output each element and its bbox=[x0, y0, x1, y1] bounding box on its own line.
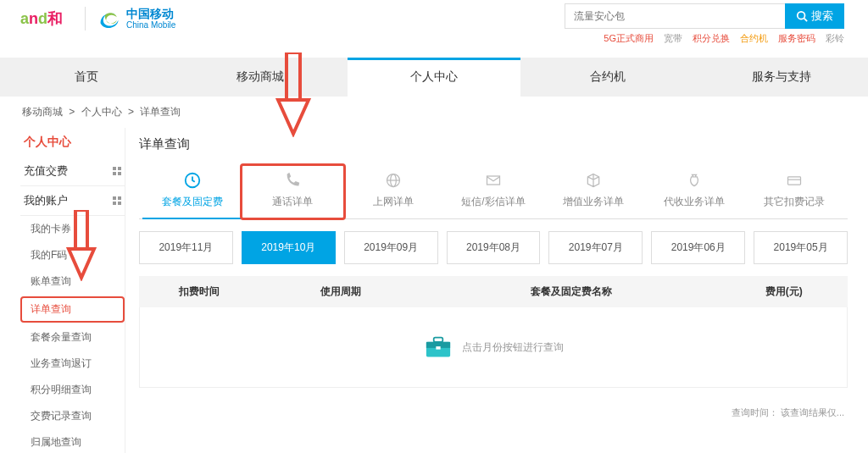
svg-point-0 bbox=[798, 12, 805, 19]
th-time: 扣费时间 bbox=[139, 285, 259, 299]
svg-rect-13 bbox=[287, 52, 300, 100]
month-option[interactable]: 2019年06月 bbox=[651, 231, 745, 264]
th-fee: 费用(元) bbox=[720, 285, 847, 299]
divider bbox=[85, 7, 86, 30]
nav-mall[interactable]: 移动商城 bbox=[174, 58, 348, 97]
month-option[interactable]: 2019年08月 bbox=[447, 231, 541, 264]
search-icon bbox=[796, 10, 808, 22]
mail-icon bbox=[484, 171, 503, 190]
month-option[interactable]: 2019年09月 bbox=[344, 231, 438, 264]
svg-rect-12 bbox=[436, 346, 440, 350]
sidebar-title: 个人中心 bbox=[20, 128, 125, 157]
sidebar-item-service-cancel[interactable]: 业务查询退订 bbox=[20, 351, 125, 377]
svg-rect-14 bbox=[75, 210, 87, 249]
briefcase-icon bbox=[423, 334, 453, 360]
month-option[interactable]: 2019年07月 bbox=[548, 231, 643, 264]
sidebar-group-recharge[interactable]: 充值交费 bbox=[20, 157, 125, 186]
month-option[interactable]: 2019年11月 bbox=[139, 231, 233, 264]
tab-collection-detail[interactable]: 代收业务详单 bbox=[643, 166, 743, 218]
card-icon bbox=[785, 171, 804, 190]
clock-icon bbox=[183, 171, 202, 190]
detail-tabs: 套餐及固定费 通话详单 上网详单 短信/彩信详单 增值业务详单 代收业务详单 bbox=[139, 166, 848, 219]
th-name: 套餐及固定费名称 bbox=[422, 285, 720, 299]
svg-line-1 bbox=[804, 19, 808, 22]
breadcrumb: 移动商城 > 个人中心 > 详单查询 bbox=[0, 97, 868, 128]
hot-link[interactable]: 积分兑换 bbox=[693, 32, 730, 45]
svg-rect-7 bbox=[787, 177, 800, 185]
th-period: 使用周期 bbox=[259, 285, 422, 299]
hot-link[interactable]: 宽带 bbox=[664, 32, 682, 45]
nav-contract[interactable]: 合约机 bbox=[520, 58, 694, 97]
phone-icon bbox=[283, 171, 302, 190]
grid-icon bbox=[113, 196, 121, 205]
brand-en: China Mobile bbox=[126, 20, 175, 30]
nav-home[interactable]: 首页 bbox=[0, 58, 174, 97]
sidebar-item-payment-record[interactable]: 交费记录查询 bbox=[20, 403, 125, 429]
cube-icon bbox=[584, 171, 603, 190]
sidebar-item-detail-query[interactable]: 详单查询 bbox=[20, 296, 125, 323]
sidebar-item-plan-balance[interactable]: 套餐余量查询 bbox=[20, 324, 125, 351]
svg-rect-6 bbox=[487, 176, 499, 185]
month-option[interactable]: 2019年10月 bbox=[242, 231, 336, 264]
hot-link[interactable]: 合约机 bbox=[740, 32, 768, 45]
globe-icon bbox=[384, 171, 403, 190]
tab-other-fee[interactable]: 其它扣费记录 bbox=[744, 166, 844, 218]
tab-package-fee[interactable]: 套餐及固定费 bbox=[142, 166, 242, 219]
month-option[interactable]: 2019年05月 bbox=[754, 231, 848, 264]
nav-support[interactable]: 服务与支持 bbox=[694, 58, 868, 97]
brand-cn: 中国移动 bbox=[126, 8, 175, 20]
query-time-footer: 查询时间： 该查询结果仅... bbox=[139, 388, 848, 419]
hot-link[interactable]: 彩铃 bbox=[826, 32, 844, 45]
money-bag-icon bbox=[685, 171, 704, 190]
search-input[interactable] bbox=[565, 3, 785, 29]
tab-call-detail[interactable]: 通话详单 bbox=[240, 163, 345, 220]
page-title: 详单查询 bbox=[139, 128, 848, 166]
annotation-arrow-icon bbox=[275, 52, 312, 137]
china-mobile-icon bbox=[97, 7, 121, 30]
nav-personal-center[interactable]: 个人中心 bbox=[348, 58, 521, 97]
tab-data-detail[interactable]: 上网详单 bbox=[343, 166, 443, 218]
hot-link[interactable]: 5G正式商用 bbox=[604, 32, 654, 45]
month-selector: 2019年11月 2019年10月 2019年09月 2019年08月 2019… bbox=[139, 231, 848, 264]
table-header: 扣费时间 使用周期 套餐及固定费名称 费用(元) bbox=[139, 276, 848, 307]
svg-rect-11 bbox=[434, 338, 443, 342]
brand-logo-china-mobile: 中国移动 China Mobile bbox=[97, 7, 175, 30]
brand-logo-and: and和 bbox=[20, 8, 63, 29]
grid-icon bbox=[113, 167, 121, 175]
empty-state: 点击月份按钮进行查询 bbox=[139, 307, 848, 388]
tab-sms-detail[interactable]: 短信/彩信详单 bbox=[443, 166, 543, 218]
hot-links: 5G正式商用 宽带 积分兑换 合约机 服务密码 彩铃 bbox=[604, 32, 844, 45]
sidebar: 个人中心 充值交费 我的账户 我的卡券 我的F码 账单查询 详单查询 套餐余量查… bbox=[20, 128, 125, 453]
tab-vas-detail[interactable]: 增值业务详单 bbox=[543, 166, 643, 218]
hot-link[interactable]: 服务密码 bbox=[778, 32, 815, 45]
search-button[interactable]: 搜索 bbox=[785, 3, 844, 29]
main-nav: 首页 移动商城 个人中心 合约机 服务与支持 bbox=[0, 58, 868, 97]
sidebar-item-points[interactable]: 积分明细查询 bbox=[20, 377, 125, 403]
sidebar-item-location[interactable]: 归属地查询 bbox=[20, 429, 125, 453]
annotation-arrow-icon bbox=[66, 210, 97, 281]
